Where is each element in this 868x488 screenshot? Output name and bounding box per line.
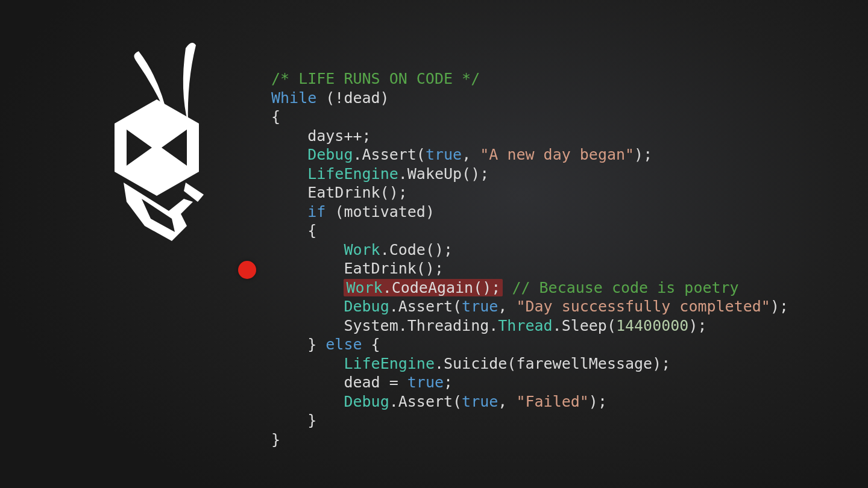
- code-brace: }: [271, 411, 316, 429]
- code-text: );: [688, 317, 706, 334]
- code-text: EatDrink();: [271, 260, 444, 277]
- code-text: dead =: [271, 374, 407, 391]
- code-type: Work: [346, 279, 382, 296]
- code-indent: [271, 241, 344, 258]
- code-space: [503, 279, 512, 296]
- code-text: ,: [498, 393, 516, 410]
- code-brace: {: [362, 336, 380, 353]
- code-text: .WakeUp();: [398, 165, 489, 183]
- code-brace: {: [271, 222, 316, 239]
- code-string: "Day successfully completed": [516, 298, 770, 315]
- code-number: 14400000: [616, 317, 688, 334]
- code-bool: true: [426, 146, 462, 163]
- code-text: .Assert(: [353, 146, 425, 163]
- code-keyword: While: [271, 89, 316, 107]
- code-indent: [271, 203, 307, 221]
- code-brace: }: [271, 336, 326, 353]
- code-indent: [271, 146, 307, 163]
- code-text: System.Threading.: [271, 317, 498, 334]
- code-type: LifeEngine: [344, 355, 435, 372]
- code-text: days++;: [271, 127, 371, 145]
- code-text: .Suicide(farewellMessage);: [435, 355, 670, 372]
- code-brace: {: [271, 108, 280, 125]
- code-text: ,: [498, 298, 516, 315]
- code-bool: true: [462, 298, 498, 315]
- ninja-infinity-logo-icon: [90, 33, 235, 253]
- code-string: "A new day began": [480, 146, 634, 163]
- code-text: .CodeAgain();: [383, 279, 501, 296]
- code-brace: }: [271, 431, 280, 448]
- code-type: Debug: [344, 393, 389, 410]
- breakpoint-line: Work.CodeAgain();: [344, 279, 503, 296]
- code-indent: [271, 279, 344, 296]
- code-text: EatDrink();: [271, 184, 407, 201]
- code-text: (!dead): [316, 89, 389, 107]
- code-keyword: if: [307, 203, 326, 221]
- code-text: );: [770, 298, 788, 315]
- code-text: .Code();: [380, 241, 453, 258]
- code-text: );: [589, 393, 607, 410]
- code-comment: /* LIFE RUNS ON CODE */: [271, 70, 480, 87]
- code-text: );: [634, 146, 652, 163]
- code-text: .Assert(: [389, 393, 462, 410]
- code-comment: // Because code is poetry: [512, 279, 738, 296]
- code-indent: [271, 355, 344, 372]
- code-bool: true: [407, 374, 444, 391]
- code-text: .Sleep(: [553, 317, 616, 334]
- code-type: Work: [344, 241, 380, 258]
- wallpaper: /* LIFE RUNS ON CODE */ While (!dead) { …: [0, 0, 868, 488]
- code-bool: true: [462, 393, 498, 410]
- code-indent: [271, 298, 344, 315]
- breakpoint-dot-icon: [238, 261, 256, 279]
- code-type: LifeEngine: [307, 165, 398, 183]
- code-text: ,: [462, 146, 480, 163]
- code-type: Debug: [307, 146, 353, 163]
- code-string: "Failed": [516, 393, 588, 410]
- code-text: ;: [444, 374, 453, 391]
- code-keyword: else: [326, 336, 362, 353]
- code-indent: [271, 165, 307, 183]
- code-indent: [271, 393, 344, 410]
- code-text: (motivated): [326, 203, 435, 221]
- code-text: .Assert(: [389, 298, 462, 315]
- code-type: Thread: [498, 317, 552, 334]
- code-type: Debug: [344, 298, 389, 315]
- code-block: /* LIFE RUNS ON CODE */ While (!dead) { …: [271, 69, 788, 449]
